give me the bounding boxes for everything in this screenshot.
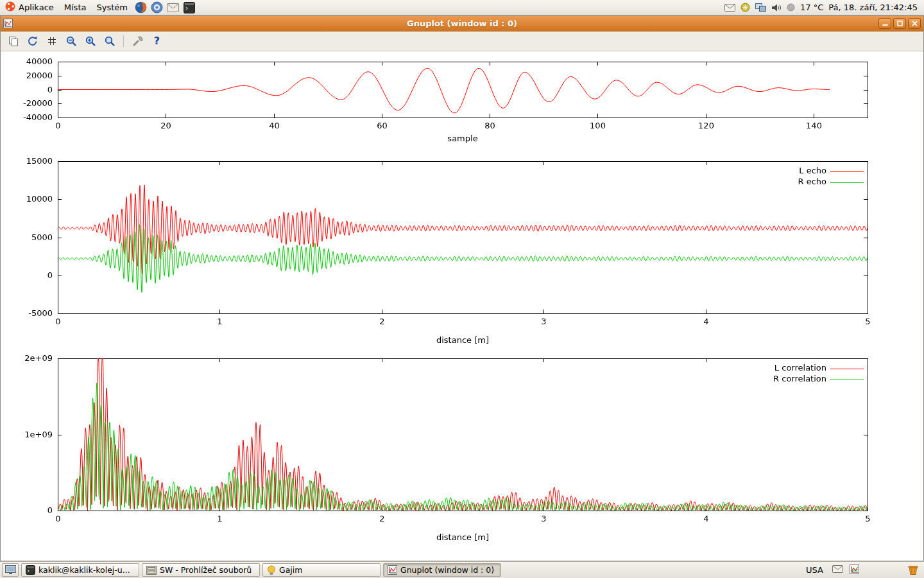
taskbar: kaklik@kaklik-kolej-u... SW - Prohlížeč … bbox=[0, 561, 924, 578]
taskbar-gnuplot-tray-button[interactable] bbox=[850, 565, 859, 576]
taskbar-item-gnuplot[interactable]: Gnuplot (window id : 0) bbox=[383, 563, 501, 577]
help-button[interactable]: ? bbox=[149, 33, 165, 49]
trash-icon bbox=[907, 565, 919, 576]
taskbar-item-gajim[interactable]: Gajim bbox=[262, 563, 381, 577]
weather-icon[interactable] bbox=[787, 3, 795, 12]
menu-places[interactable]: Místa bbox=[59, 0, 92, 15]
tray-volume-button[interactable] bbox=[771, 3, 782, 12]
help-browser-icon bbox=[151, 1, 163, 13]
menu-system[interactable]: Systém bbox=[91, 0, 132, 15]
gnuplot-window: Gnuplot (window id : 0) bbox=[0, 15, 924, 561]
menu-applications[interactable]: Aplikace bbox=[0, 0, 59, 15]
taskbar-item-file-manager[interactable]: SW - Prohlížeč souborů bbox=[142, 563, 260, 577]
zoom-previous-icon bbox=[65, 35, 77, 47]
tray-update-button[interactable] bbox=[740, 3, 750, 12]
help-icon: ? bbox=[154, 36, 160, 46]
grid-icon bbox=[47, 36, 57, 46]
unzoom-icon bbox=[104, 35, 116, 47]
mail-notification-icon bbox=[724, 4, 735, 12]
titlebar[interactable]: Gnuplot (window id : 0) bbox=[1, 16, 923, 31]
help-launcher[interactable] bbox=[150, 0, 165, 15]
show-desktop-icon bbox=[5, 565, 16, 575]
gajim-icon bbox=[267, 565, 276, 575]
gnuplot-toolbar: ? bbox=[1, 31, 923, 51]
gnuplot-icon bbox=[388, 565, 397, 575]
close-icon bbox=[912, 21, 918, 26]
ubuntu-logo-icon bbox=[5, 1, 15, 13]
mail-icon bbox=[167, 3, 179, 12]
file-manager-icon bbox=[146, 566, 157, 575]
window-title: Gnuplot (window id : 0) bbox=[1, 19, 923, 28]
clock-label[interactable]: Pá, 18. září, 21:42:45 bbox=[828, 3, 918, 12]
menu-system-label: Systém bbox=[96, 3, 127, 12]
trash-applet[interactable] bbox=[905, 565, 921, 576]
echo-chart[interactable] bbox=[1, 148, 923, 347]
replot-icon bbox=[27, 35, 38, 47]
copy-to-clipboard-button[interactable] bbox=[5, 33, 21, 49]
volume-icon bbox=[771, 3, 782, 12]
keyboard-layout-indicator[interactable]: USA bbox=[803, 565, 826, 575]
mail-tray-icon bbox=[832, 565, 843, 573]
toolbar-separator bbox=[123, 35, 124, 47]
network-monitors-icon bbox=[755, 3, 766, 12]
terminal-icon bbox=[26, 565, 35, 575]
gnome-top-panel: Aplikace Místa Systém bbox=[0, 0, 924, 15]
zoom-next-button[interactable] bbox=[82, 33, 98, 49]
correlation-chart[interactable] bbox=[1, 347, 923, 546]
mail-launcher[interactable] bbox=[166, 0, 181, 15]
firefox-icon bbox=[135, 1, 147, 13]
gnuplot-window-icon bbox=[3, 18, 14, 29]
show-desktop-button[interactable] bbox=[2, 563, 19, 577]
temperature-label[interactable]: 17 °C bbox=[800, 3, 823, 12]
unzoom-all-button[interactable] bbox=[101, 33, 117, 49]
plot-area[interactable] bbox=[1, 51, 923, 561]
zoom-next-icon bbox=[85, 35, 96, 47]
minimize-button[interactable] bbox=[878, 18, 891, 29]
menu-applications-label: Aplikace bbox=[19, 3, 54, 12]
taskbar-item-terminal[interactable]: kaklik@kaklik-kolej-u... bbox=[21, 563, 139, 577]
menu-places-label: Místa bbox=[64, 3, 87, 12]
options-button[interactable] bbox=[130, 33, 146, 49]
taskbar-item-label: kaklik@kaklik-kolej-u... bbox=[38, 565, 130, 575]
desktop: Aplikace Místa Systém bbox=[0, 0, 924, 578]
firefox-launcher[interactable] bbox=[133, 0, 149, 15]
close-button[interactable] bbox=[908, 18, 921, 29]
replot-button[interactable] bbox=[24, 33, 40, 49]
terminal-icon bbox=[184, 2, 195, 13]
wrench-icon bbox=[132, 35, 144, 47]
tray-mail-button[interactable] bbox=[724, 4, 735, 12]
taskbar-item-label: SW - Prohlížeč souborů bbox=[160, 565, 252, 575]
panel-tray: 17 °C Pá, 18. září, 21:42:45 bbox=[724, 3, 924, 12]
taskbar-item-label: Gnuplot (window id : 0) bbox=[400, 565, 494, 575]
panel-menus: Aplikace Místa Systém bbox=[0, 0, 197, 15]
software-update-icon bbox=[740, 3, 750, 12]
toggle-grid-button[interactable] bbox=[44, 33, 60, 49]
taskbar-mail-button[interactable] bbox=[832, 565, 843, 575]
copy-icon bbox=[8, 36, 19, 47]
minimize-icon bbox=[882, 21, 888, 26]
tray-network-button[interactable] bbox=[755, 3, 766, 12]
zoom-previous-button[interactable] bbox=[63, 33, 79, 49]
maximize-button[interactable] bbox=[893, 18, 906, 29]
taskbar-item-label: Gajim bbox=[279, 565, 302, 575]
maximize-icon bbox=[897, 21, 903, 26]
window-controls bbox=[878, 18, 921, 29]
taskbar-tray: USA bbox=[803, 565, 922, 576]
sample-waveform-chart[interactable] bbox=[1, 51, 923, 148]
gnuplot-tray-icon bbox=[850, 565, 859, 574]
terminal-launcher[interactable] bbox=[182, 0, 197, 15]
